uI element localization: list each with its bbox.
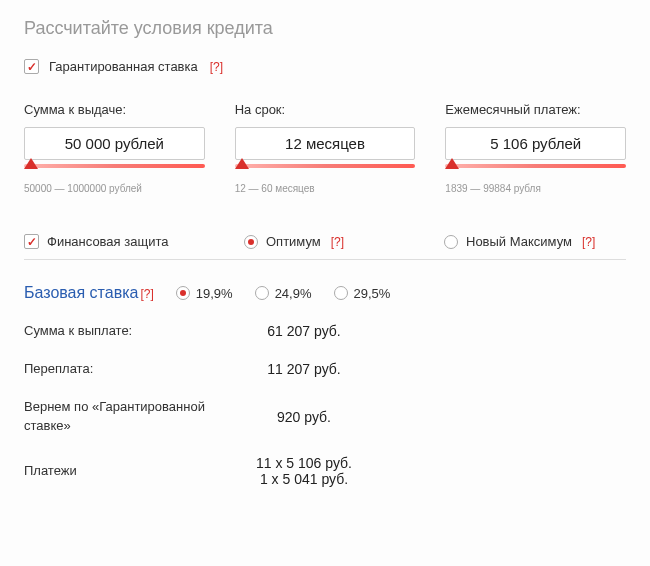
overpay-value: 11 207 руб. bbox=[244, 361, 364, 377]
optimum-label: Оптимум bbox=[266, 234, 321, 249]
page-title: Рассчитайте условия кредита bbox=[24, 18, 626, 39]
slider-handle-icon[interactable] bbox=[445, 158, 459, 169]
protection-row: Финансовая защита Оптимум[?] Новый Макси… bbox=[24, 234, 626, 260]
slider-bar bbox=[24, 164, 205, 168]
term-label: На срок: bbox=[235, 102, 416, 117]
summary-overpay: Переплата: 11 207 руб. bbox=[24, 360, 626, 378]
term-track[interactable] bbox=[235, 159, 416, 173]
protection-label: Финансовая защита bbox=[47, 234, 168, 249]
amount-range: 50000 — 1000000 рублей bbox=[24, 183, 205, 194]
help-icon[interactable]: [?] bbox=[331, 235, 344, 249]
payments-line1: 11 x 5 106 руб. bbox=[256, 455, 352, 471]
payments-label: Платежи bbox=[24, 462, 244, 480]
maximum-label: Новый Максимум bbox=[466, 234, 572, 249]
payment-slider: Ежемесячный платеж: 5 106 рублей 1839 — … bbox=[445, 102, 626, 194]
slider-bar bbox=[445, 164, 626, 168]
maximum-radio[interactable] bbox=[444, 235, 458, 249]
slider-bar bbox=[235, 164, 416, 168]
summary-payments: Платежи 11 x 5 106 руб. 1 x 5 041 руб. bbox=[24, 455, 626, 487]
summary-refund: Вернем по «Гарантированной ставке» 920 р… bbox=[24, 398, 626, 434]
help-icon[interactable]: [?] bbox=[582, 235, 595, 249]
payment-input[interactable]: 5 106 рублей bbox=[445, 127, 626, 160]
help-icon[interactable]: [?] bbox=[210, 60, 223, 74]
refund-label: Вернем по «Гарантированной ставке» bbox=[24, 398, 244, 434]
term-input[interactable]: 12 месяцев bbox=[235, 127, 416, 160]
guaranteed-rate-checkbox[interactable] bbox=[24, 59, 39, 74]
payments-value: 11 x 5 106 руб. 1 x 5 041 руб. bbox=[244, 455, 364, 487]
rate-249-radio[interactable] bbox=[255, 286, 269, 300]
rate-295-label: 29,5% bbox=[354, 286, 391, 301]
amount-label: Сумма к выдаче: bbox=[24, 102, 205, 117]
amount-input[interactable]: 50 000 рублей bbox=[24, 127, 205, 160]
payments-line2: 1 x 5 041 руб. bbox=[244, 471, 364, 487]
summary-total: Сумма к выплате: 61 207 руб. bbox=[24, 322, 626, 340]
term-slider: На срок: 12 месяцев 12 — 60 месяцев bbox=[235, 102, 416, 194]
rate-199-label: 19,9% bbox=[196, 286, 233, 301]
guaranteed-rate-label: Гарантированная ставка bbox=[49, 59, 198, 74]
rate-295-radio[interactable] bbox=[334, 286, 348, 300]
slider-handle-icon[interactable] bbox=[235, 158, 249, 169]
payment-track[interactable] bbox=[445, 159, 626, 173]
overpay-label: Переплата: bbox=[24, 360, 244, 378]
base-rate-section: Базовая ставка[?] 19,9% 24,9% 29,5% bbox=[24, 284, 626, 302]
guaranteed-rate-row: Гарантированная ставка [?] bbox=[24, 59, 626, 74]
amount-track[interactable] bbox=[24, 159, 205, 173]
refund-value: 920 руб. bbox=[244, 409, 364, 425]
rate-199-radio[interactable] bbox=[176, 286, 190, 300]
base-rate-title: Базовая ставка bbox=[24, 284, 138, 301]
protection-checkbox[interactable] bbox=[24, 234, 39, 249]
sliders-container: Сумма к выдаче: 50 000 рублей 50000 — 10… bbox=[24, 102, 626, 194]
payment-label: Ежемесячный платеж: bbox=[445, 102, 626, 117]
help-icon[interactable]: [?] bbox=[140, 287, 153, 301]
total-label: Сумма к выплате: bbox=[24, 322, 244, 340]
rate-249-label: 24,9% bbox=[275, 286, 312, 301]
slider-handle-icon[interactable] bbox=[24, 158, 38, 169]
total-value: 61 207 руб. bbox=[244, 323, 364, 339]
amount-slider: Сумма к выдаче: 50 000 рублей 50000 — 10… bbox=[24, 102, 205, 194]
optimum-radio[interactable] bbox=[244, 235, 258, 249]
term-range: 12 — 60 месяцев bbox=[235, 183, 416, 194]
payment-range: 1839 — 99884 рубля bbox=[445, 183, 626, 194]
